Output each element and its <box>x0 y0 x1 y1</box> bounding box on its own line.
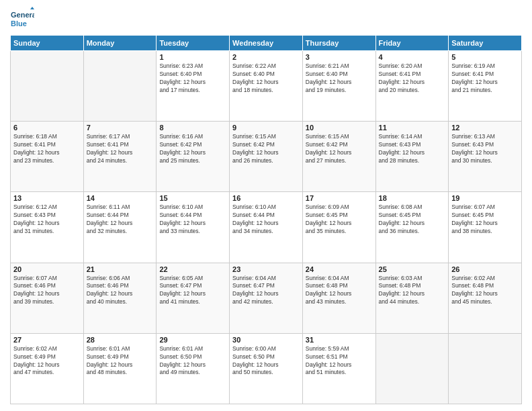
calendar-cell: 1Sunrise: 6:23 AM Sunset: 6:40 PM Daylig… <box>157 51 230 122</box>
calendar-week-1: 1Sunrise: 6:23 AM Sunset: 6:40 PM Daylig… <box>11 51 522 122</box>
day-number: 28 <box>87 336 154 344</box>
day-number: 1 <box>159 53 226 61</box>
day-number: 4 <box>379 53 446 61</box>
day-info: Sunrise: 6:01 AM Sunset: 6:50 PM Dayligh… <box>159 345 226 377</box>
page: General Blue SundayMondayTuesdayWednesda… <box>0 0 532 411</box>
day-number: 2 <box>232 53 300 61</box>
calendar-cell: 16Sunrise: 6:10 AM Sunset: 6:44 PM Dayli… <box>230 192 303 263</box>
day-number: 26 <box>451 265 519 273</box>
day-info: Sunrise: 6:12 AM Sunset: 6:43 PM Dayligh… <box>13 203 81 236</box>
day-info: Sunrise: 6:08 AM Sunset: 6:45 PM Dayligh… <box>379 203 446 236</box>
calendar-cell: 5Sunrise: 6:19 AM Sunset: 6:41 PM Daylig… <box>449 51 522 122</box>
day-info: Sunrise: 6:17 AM Sunset: 6:41 PM Dayligh… <box>87 133 154 165</box>
svg-text:Blue: Blue <box>11 19 27 28</box>
day-info: Sunrise: 6:07 AM Sunset: 6:45 PM Dayligh… <box>451 203 519 236</box>
calendar-cell: 12Sunrise: 6:13 AM Sunset: 6:43 PM Dayli… <box>449 122 522 192</box>
calendar-cell: 18Sunrise: 6:08 AM Sunset: 6:45 PM Dayli… <box>375 192 449 263</box>
day-info: Sunrise: 6:11 AM Sunset: 6:44 PM Dayligh… <box>87 203 154 236</box>
day-number: 14 <box>87 194 154 202</box>
day-header-friday: Friday <box>375 36 449 51</box>
calendar-cell: 13Sunrise: 6:12 AM Sunset: 6:43 PM Dayli… <box>11 192 84 263</box>
day-number: 10 <box>306 124 373 132</box>
day-info: Sunrise: 6:22 AM Sunset: 6:40 PM Dayligh… <box>232 62 300 95</box>
day-number: 16 <box>232 194 300 202</box>
logo-svg: General Blue <box>10 7 34 31</box>
calendar-cell <box>375 333 449 404</box>
svg-text:General: General <box>11 11 34 19</box>
day-number: 21 <box>87 265 154 273</box>
day-number: 8 <box>159 124 226 132</box>
calendar-cell: 29Sunrise: 6:01 AM Sunset: 6:50 PM Dayli… <box>157 333 230 404</box>
calendar-week-5: 27Sunrise: 6:02 AM Sunset: 6:49 PM Dayli… <box>11 333 522 404</box>
day-number: 17 <box>306 194 373 202</box>
day-info: Sunrise: 6:09 AM Sunset: 6:45 PM Dayligh… <box>306 203 373 236</box>
day-info: Sunrise: 6:02 AM Sunset: 6:48 PM Dayligh… <box>451 275 519 307</box>
calendar-cell <box>83 51 157 122</box>
day-info: Sunrise: 6:13 AM Sunset: 6:43 PM Dayligh… <box>451 133 519 165</box>
day-info: Sunrise: 6:03 AM Sunset: 6:48 PM Dayligh… <box>379 275 446 307</box>
calendar-cell: 20Sunrise: 6:07 AM Sunset: 6:46 PM Dayli… <box>11 263 84 333</box>
day-info: Sunrise: 6:07 AM Sunset: 6:46 PM Dayligh… <box>13 275 81 307</box>
calendar-cell: 9Sunrise: 6:15 AM Sunset: 6:42 PM Daylig… <box>230 122 303 192</box>
day-info: Sunrise: 6:16 AM Sunset: 6:42 PM Dayligh… <box>159 133 226 165</box>
day-number: 27 <box>13 336 81 344</box>
day-info: Sunrise: 6:19 AM Sunset: 6:41 PM Dayligh… <box>451 62 519 95</box>
day-number: 15 <box>159 194 226 202</box>
day-number: 30 <box>232 336 300 344</box>
day-info: Sunrise: 6:10 AM Sunset: 6:44 PM Dayligh… <box>232 203 300 236</box>
day-header-thursday: Thursday <box>302 36 375 51</box>
day-number: 24 <box>306 265 373 273</box>
calendar-cell: 30Sunrise: 6:00 AM Sunset: 6:50 PM Dayli… <box>230 333 303 404</box>
day-info: Sunrise: 6:14 AM Sunset: 6:43 PM Dayligh… <box>379 133 446 165</box>
day-number: 9 <box>232 124 300 132</box>
calendar-cell: 24Sunrise: 6:04 AM Sunset: 6:48 PM Dayli… <box>302 263 375 333</box>
calendar-cell: 3Sunrise: 6:21 AM Sunset: 6:40 PM Daylig… <box>302 51 375 122</box>
calendar-cell: 15Sunrise: 6:10 AM Sunset: 6:44 PM Dayli… <box>157 192 230 263</box>
calendar-cell: 2Sunrise: 6:22 AM Sunset: 6:40 PM Daylig… <box>230 51 303 122</box>
calendar-cell: 11Sunrise: 6:14 AM Sunset: 6:43 PM Dayli… <box>375 122 449 192</box>
day-info: Sunrise: 6:02 AM Sunset: 6:49 PM Dayligh… <box>13 345 81 377</box>
day-info: Sunrise: 6:18 AM Sunset: 6:41 PM Dayligh… <box>13 133 81 165</box>
day-header-sunday: Sunday <box>11 36 84 51</box>
day-number: 11 <box>379 124 446 132</box>
calendar-cell: 10Sunrise: 6:15 AM Sunset: 6:42 PM Dayli… <box>302 122 375 192</box>
calendar-cell: 27Sunrise: 6:02 AM Sunset: 6:49 PM Dayli… <box>11 333 84 404</box>
calendar-cell: 25Sunrise: 6:03 AM Sunset: 6:48 PM Dayli… <box>375 263 449 333</box>
calendar-header-row: SundayMondayTuesdayWednesdayThursdayFrid… <box>11 36 522 51</box>
calendar-cell: 21Sunrise: 6:06 AM Sunset: 6:46 PM Dayli… <box>83 263 157 333</box>
day-info: Sunrise: 6:15 AM Sunset: 6:42 PM Dayligh… <box>232 133 300 165</box>
day-info: Sunrise: 6:21 AM Sunset: 6:40 PM Dayligh… <box>306 62 373 95</box>
day-info: Sunrise: 6:01 AM Sunset: 6:49 PM Dayligh… <box>87 345 154 377</box>
day-info: Sunrise: 6:04 AM Sunset: 6:47 PM Dayligh… <box>232 275 300 307</box>
day-number: 18 <box>379 194 446 202</box>
day-number: 25 <box>379 265 446 273</box>
day-header-monday: Monday <box>83 36 157 51</box>
calendar-week-4: 20Sunrise: 6:07 AM Sunset: 6:46 PM Dayli… <box>11 263 522 333</box>
day-info: Sunrise: 6:20 AM Sunset: 6:41 PM Dayligh… <box>379 62 446 95</box>
day-header-wednesday: Wednesday <box>230 36 303 51</box>
day-info: Sunrise: 6:04 AM Sunset: 6:48 PM Dayligh… <box>306 275 373 307</box>
day-header-tuesday: Tuesday <box>157 36 230 51</box>
day-info: Sunrise: 6:23 AM Sunset: 6:40 PM Dayligh… <box>159 62 226 95</box>
calendar-cell: 17Sunrise: 6:09 AM Sunset: 6:45 PM Dayli… <box>302 192 375 263</box>
calendar-cell: 7Sunrise: 6:17 AM Sunset: 6:41 PM Daylig… <box>83 122 157 192</box>
logo: General Blue <box>10 7 34 31</box>
calendar-cell: 6Sunrise: 6:18 AM Sunset: 6:41 PM Daylig… <box>11 122 84 192</box>
header: General Blue <box>10 7 522 31</box>
calendar-cell: 14Sunrise: 6:11 AM Sunset: 6:44 PM Dayli… <box>83 192 157 263</box>
calendar-cell: 4Sunrise: 6:20 AM Sunset: 6:41 PM Daylig… <box>375 51 449 122</box>
day-info: Sunrise: 6:06 AM Sunset: 6:46 PM Dayligh… <box>87 275 154 307</box>
calendar-cell: 23Sunrise: 6:04 AM Sunset: 6:47 PM Dayli… <box>230 263 303 333</box>
day-number: 5 <box>451 53 519 61</box>
calendar-cell: 31Sunrise: 5:59 AM Sunset: 6:51 PM Dayli… <box>302 333 375 404</box>
day-number: 13 <box>13 194 81 202</box>
calendar-cell: 19Sunrise: 6:07 AM Sunset: 6:45 PM Dayli… <box>449 192 522 263</box>
day-number: 29 <box>159 336 226 344</box>
calendar-week-2: 6Sunrise: 6:18 AM Sunset: 6:41 PM Daylig… <box>11 122 522 192</box>
day-number: 19 <box>451 194 519 202</box>
day-number: 31 <box>306 336 373 344</box>
day-info: Sunrise: 6:10 AM Sunset: 6:44 PM Dayligh… <box>159 203 226 236</box>
calendar-week-3: 13Sunrise: 6:12 AM Sunset: 6:43 PM Dayli… <box>11 192 522 263</box>
day-number: 3 <box>306 53 373 61</box>
day-header-saturday: Saturday <box>449 36 522 51</box>
